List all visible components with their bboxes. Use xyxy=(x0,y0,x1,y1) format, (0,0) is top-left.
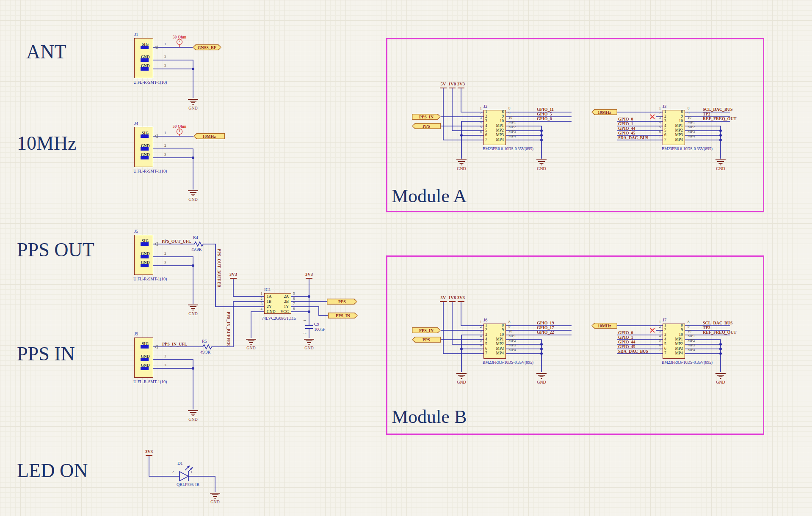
gnd-label-j3-mp: GND xyxy=(712,166,729,171)
gnd-label-j5: GND xyxy=(185,311,202,316)
schematic-canvas: ANT 10MHz PPS OUT PPS IN LED ON Module A… xyxy=(0,0,812,516)
pin1-arrow-icons xyxy=(154,46,157,349)
power-flag-3v3-led: 3V3 xyxy=(142,449,156,454)
port-pps-module-a[interactable]: PPS xyxy=(412,123,441,129)
j3-inner-left-pins: 1 2 3 4 5 6 7 xyxy=(664,110,669,142)
net-label-ref-freq-out-a: REF_FREQ_OUT xyxy=(703,116,736,121)
gnd-label-j1: GND xyxy=(185,106,202,110)
port-10mhz-module-a[interactable]: 10MHz xyxy=(591,109,617,115)
port-10mhz-j4[interactable]: 10MHz xyxy=(193,133,225,139)
j1-gnd3-pad xyxy=(141,67,149,71)
power-flag-3v3-b: 3V3 xyxy=(454,295,468,300)
j9-pin3-number: 3 xyxy=(164,363,166,368)
r5-designator: R5 xyxy=(202,339,207,343)
j6-inner-left-pins: 1 2 3 4 5 6 7 xyxy=(485,323,490,356)
net-label-gpio-19: GPIO_19 xyxy=(537,321,554,325)
c9-pin1-number: 1 xyxy=(304,319,307,321)
net-label-gpio-1-a: GPIO_1 xyxy=(618,121,633,126)
d1-pin2-number: 2 xyxy=(172,470,174,475)
net-label-gpio-17: GPIO_17 xyxy=(537,325,554,330)
port-10mhz-module-b[interactable]: 10MHz xyxy=(591,323,617,329)
net-label-sda-dac-bus-b: SDA_DAC_BUS xyxy=(618,349,648,354)
section-label-ant: ANT xyxy=(26,41,66,63)
j7-outer-left-numbers: 1 2 3 4 5 6 7 xyxy=(652,320,661,352)
j2-part-number: BM23FR0.6-10DS-0.35V(895) xyxy=(483,147,533,151)
net-label-gpio-22: GPIO_22 xyxy=(537,330,554,335)
j3-outer-left-numbers: 1 2 3 4 5 6 7 xyxy=(652,106,661,139)
j5-gnd2-pad xyxy=(141,255,149,258)
net-label-gpio-5: GPIO_5 xyxy=(537,112,552,116)
port-pps-in-module-b[interactable]: PPS_IN xyxy=(412,327,441,333)
c9-value: 100nF xyxy=(314,327,325,332)
net-label-gpio-45-a: GPIO_45 xyxy=(618,131,635,135)
j4-part-number: U.FL-R-SMT-1(10) xyxy=(133,169,167,173)
port-pps-in-ic[interactable]: PPS_IN xyxy=(328,313,358,318)
j2-outer-right-labels: 8 9 10 MP1 MP2 MP3 MP4 xyxy=(508,106,521,139)
section-label-10mhz: 10MHz xyxy=(17,133,77,154)
j2-inner-right-pins: 8 9 10 MP1 MP2 MP3 MP4 xyxy=(491,110,504,142)
j9-part-number: U.FL-R-SMT-1(10) xyxy=(133,379,167,384)
net-label-pps-in-ufl: PPS_IN_UFL xyxy=(162,342,187,346)
j2-inner-left-pins: 1 2 3 4 5 6 7 xyxy=(485,110,490,142)
j4-impedance-icon: i xyxy=(177,129,182,133)
net-label-pps-out-ufl: PPS_OUT_UFL xyxy=(162,239,191,244)
port-gnss-rf[interactable]: GNSS_RF xyxy=(193,44,221,50)
d1-part-number: QBLP595-IB xyxy=(177,482,199,487)
j4-pin1-number: 1 xyxy=(164,131,166,135)
net-label-gpio-0-a: GPIO_0 xyxy=(618,117,633,121)
net-label-sda-dac-bus-a: SDA_DAC_BUS xyxy=(618,135,648,140)
j5-sig-pad xyxy=(141,242,149,246)
j7-inner-left-pins: 1 2 3 4 5 6 7 xyxy=(664,323,669,356)
net-label-gpio-6: GPIO_6 xyxy=(537,116,552,121)
net-label-gpio-44-a: GPIO_44 xyxy=(618,126,635,131)
power-flag-3v3-a: 3V3 xyxy=(454,82,468,87)
gnd-label-j2-left: GND xyxy=(453,166,470,171)
j1-impedance-directive: 50 Ohm xyxy=(169,35,190,39)
gnd-label-j7-mp: GND xyxy=(712,380,729,384)
net-label-gpio-0-b: GPIO_0 xyxy=(618,330,633,335)
j9-pin2-number: 2 xyxy=(164,354,166,359)
ic1-part-number: 74LVC2G08GT,115 xyxy=(262,316,296,321)
j3-inner-right-pins: 8 9 10 MP1 MP2 MP3 MP4 xyxy=(670,110,683,142)
j1-designator: J1 xyxy=(134,32,138,37)
port-pps-module-b[interactable]: PPS xyxy=(412,337,441,343)
impedance-icons xyxy=(177,39,182,137)
j1-pin1-number: 1 xyxy=(164,42,166,47)
gnd-label-j9: GND xyxy=(185,417,202,422)
j7-outer-right-labels: 8 9 10 MP1 MP2 MP3 MP4 xyxy=(688,320,700,352)
gnd-label-j2-mp: GND xyxy=(533,166,550,171)
j4-gnd3-pad xyxy=(141,156,149,159)
resistor-symbols[interactable] xyxy=(193,242,212,349)
gnd-label-j6-mp: GND xyxy=(533,380,550,384)
port-pps-in-module-a[interactable]: PPS_IN xyxy=(412,114,441,120)
port-pps-ic[interactable]: PPS xyxy=(327,299,357,305)
j3-designator: J3 xyxy=(663,104,666,109)
j7-inner-right-pins: 8 9 10 MP1 MP2 MP3 MP4 xyxy=(670,323,683,356)
net-label-gpio-1-b: GPIO_1 xyxy=(618,335,633,340)
r5-value: 49.9R xyxy=(200,350,210,354)
j6-outer-left-numbers: 1 2 3 4 5 6 7 xyxy=(473,320,482,352)
c9-pin2-number: 2 xyxy=(304,332,307,334)
j7-designator: J7 xyxy=(663,318,666,323)
net-label-gpio-44-b: GPIO_44 xyxy=(618,340,635,344)
d1-pin1-number: 1 xyxy=(191,470,193,475)
d1-designator: D1 xyxy=(177,461,183,466)
j6-part-number: BM23FR0.6-10DS-0.35V(895) xyxy=(483,360,533,365)
net-label-gpio-45-b: GPIO_45 xyxy=(618,344,635,349)
j9-gnd3-pad xyxy=(141,367,149,370)
gnd-label-j6-left: GND xyxy=(453,380,470,384)
gnd-label-led: GND xyxy=(207,500,224,504)
net-label-pps-out-buffer: PPS_OUT_BUFFER xyxy=(217,249,221,291)
section-label-pps-in: PPS IN xyxy=(17,343,75,365)
net-label-scl-dac-bus-a: SCL_DAC_BUS xyxy=(703,107,733,112)
gnd-label-c9: GND xyxy=(301,346,318,350)
gnd-label-ic1: GND xyxy=(243,346,260,350)
gnd-label-j4: GND xyxy=(185,197,202,202)
j1-gnd2-pad xyxy=(141,58,149,62)
j1-pin3-number: 3 xyxy=(164,64,166,68)
j9-designator: J9 xyxy=(134,332,138,337)
net-label-tp2-a: TP2 xyxy=(703,112,710,116)
j2-designator: J2 xyxy=(483,104,487,109)
j4-sig-pad xyxy=(141,134,149,138)
ic1-right-pin-names: 2A 2B 1Y VCC xyxy=(271,294,289,314)
